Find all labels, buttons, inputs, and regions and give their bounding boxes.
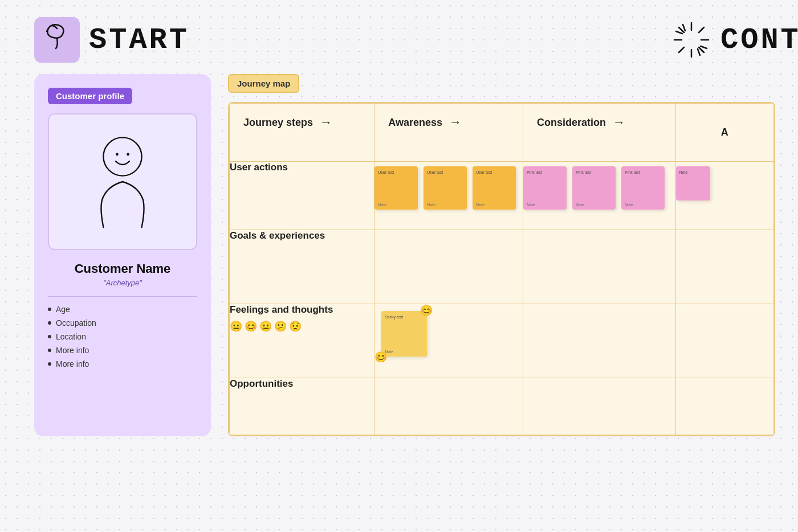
page-container: START (0, 0, 798, 532)
svg-line-6 (699, 27, 704, 32)
svg-line-7 (679, 47, 684, 52)
emoji-overlay-bottom: 😊 (374, 351, 387, 363)
goals-extra-cell (675, 230, 773, 304)
journey-map-label: Journey map (228, 74, 299, 93)
starburst-icon (671, 20, 711, 60)
feelings-awareness-cell: Sticky text Note 😊 😊 (374, 304, 523, 378)
bullet-icon (48, 335, 51, 338)
row-user-actions: User actions User text Note User tex (230, 162, 774, 230)
svg-point-12 (103, 137, 141, 175)
start-title: START (89, 23, 189, 57)
profile-divider (48, 296, 197, 297)
svg-point-13 (116, 153, 119, 156)
feelings-emoji-row: 😐 😊 😐 😕 😟 (230, 320, 374, 333)
sticky-notes-extra: Note (676, 162, 773, 205)
list-item: Age (48, 305, 197, 314)
sticky-note[interactable]: Note (676, 166, 710, 200)
svg-line-9 (698, 49, 700, 55)
start-icon-box (34, 17, 80, 63)
svg-line-8 (683, 24, 685, 31)
sticky-note[interactable]: Pink text Note (621, 166, 665, 210)
emoji-neutral2: 😐 (259, 320, 272, 333)
opportunities-label-cell: Opportunities (230, 378, 374, 435)
user-actions-extra-cell: Note (675, 162, 773, 230)
arrow-icon: → (613, 115, 625, 130)
row-opportunities: Opportunities (230, 378, 774, 435)
main-content: Customer profile Customer Name "Archetyp… (0, 74, 798, 436)
profile-archetype: "Archetype" (48, 279, 197, 287)
header: START (0, 0, 798, 74)
header-left: START (34, 17, 189, 63)
svg-line-4 (679, 27, 684, 32)
sticky-note[interactable]: User text Note (473, 166, 516, 210)
feelings-label-cell: Feelings and thoughts 😐 😊 😐 😕 😟 (230, 304, 374, 378)
opportunities-awareness-cell (374, 378, 523, 435)
goals-consideration-cell (523, 230, 676, 304)
profile-section-label: Customer profile (48, 88, 132, 104)
feelings-extra-cell (675, 304, 773, 378)
bullet-icon (48, 308, 51, 311)
user-actions-consideration-cell: Pink text Note Pink text Note Pink text (523, 162, 676, 230)
list-item: More info (48, 346, 197, 355)
list-item: Occupation (48, 318, 197, 328)
col-header-steps: Journey steps → (230, 104, 374, 162)
feelings-consideration-cell (523, 304, 676, 378)
emoji-worried: 😟 (289, 320, 302, 333)
user-actions-label-cell: User actions (230, 162, 374, 230)
list-item: Location (48, 332, 197, 341)
profile-info-list: Age Occupation Location More info More i… (48, 305, 197, 369)
journey-section: Journey map Journey step (228, 74, 775, 436)
bullet-icon (48, 321, 51, 325)
header-right: CONTI (671, 20, 798, 60)
sticky-note[interactable]: Pink text Note (523, 166, 567, 210)
sticky-note[interactable]: User text Note (374, 166, 418, 210)
sticky-notes-consideration: Pink text Note Pink text Note Pink text (523, 162, 675, 214)
bullet-icon (48, 349, 51, 352)
emoji-neutral: 😐 (230, 320, 242, 333)
col-header-consideration: Consideration → (523, 104, 676, 162)
journey-table-container: Journey steps → Awareness → (228, 102, 775, 436)
feelings-sticky-note[interactable]: Sticky text Note (381, 311, 427, 357)
profile-name: Customer Name (48, 261, 197, 276)
col-header-awareness: Awareness → (374, 104, 523, 162)
sticky-note[interactable]: User text Note (424, 166, 467, 210)
continue-title: CONTI (720, 23, 798, 57)
svg-line-5 (699, 47, 704, 52)
opportunities-consideration-cell (523, 378, 676, 435)
goals-awareness-cell (374, 230, 523, 304)
sticky-note[interactable]: Pink text Note (572, 166, 616, 210)
emoji-happy: 😊 (245, 320, 257, 333)
row-goals: Goals & experiences (230, 230, 774, 304)
person-avatar-icon (77, 125, 168, 239)
svg-line-11 (701, 46, 707, 48)
svg-point-14 (127, 153, 129, 156)
customer-profile-panel: Customer profile Customer Name "Archetyp… (34, 74, 211, 436)
emoji-overlay-top: 😊 (420, 304, 433, 317)
arrow-icon: → (449, 115, 462, 130)
col-header-extra: A (675, 104, 773, 162)
user-actions-awareness-cell: User text Note User text Note User text (374, 162, 523, 230)
row-feelings: Feelings and thoughts 😐 😊 😐 😕 😟 (230, 304, 774, 378)
journey-table: Journey steps → Awareness → (229, 103, 774, 435)
bullet-icon (48, 362, 51, 366)
list-item: More info (48, 359, 197, 369)
svg-line-10 (676, 31, 682, 34)
journey-header-row: Journey steps → Awareness → (230, 104, 774, 162)
goals-label-cell: Goals & experiences (230, 230, 374, 304)
arrow-icon: → (320, 115, 332, 130)
emoji-sad: 😕 (274, 320, 287, 333)
sticky-notes-awareness: User text Note User text Note User text (374, 162, 523, 214)
profile-avatar-box (48, 113, 197, 250)
opportunities-extra-cell (675, 378, 773, 435)
